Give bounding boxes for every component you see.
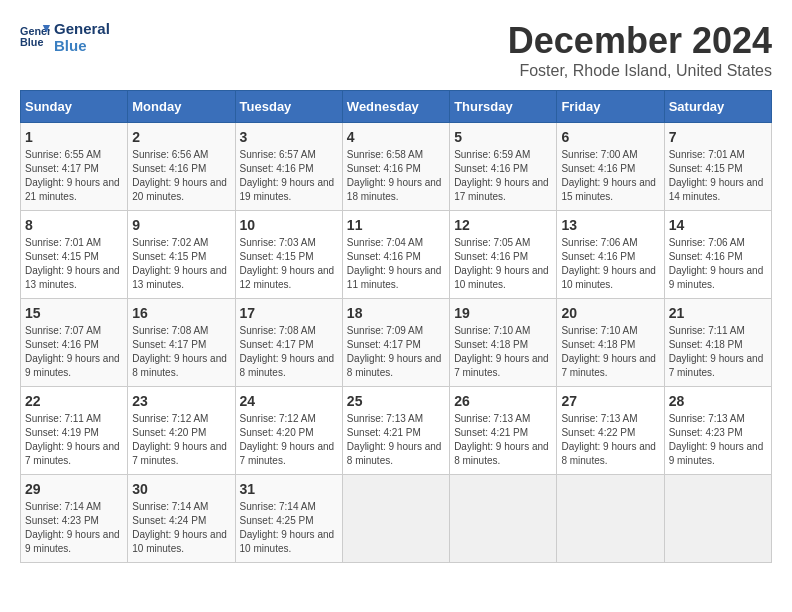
- daylight-text: Daylight: 9 hours and 10 minutes.: [132, 528, 230, 556]
- day-number: 25: [347, 393, 445, 409]
- sunset-text: Sunset: 4:18 PM: [669, 338, 767, 352]
- calendar-cell: 11 Sunrise: 7:04 AM Sunset: 4:16 PM Dayl…: [342, 211, 449, 299]
- day-info: Sunrise: 7:13 AM Sunset: 4:22 PM Dayligh…: [561, 412, 659, 468]
- calendar-cell: 29 Sunrise: 7:14 AM Sunset: 4:23 PM Dayl…: [21, 475, 128, 563]
- daylight-text: Daylight: 9 hours and 9 minutes.: [669, 440, 767, 468]
- sunset-text: Sunset: 4:16 PM: [240, 162, 338, 176]
- sunrise-text: Sunrise: 7:13 AM: [347, 412, 445, 426]
- sunrise-text: Sunrise: 7:00 AM: [561, 148, 659, 162]
- day-number: 29: [25, 481, 123, 497]
- sunrise-text: Sunrise: 7:13 AM: [561, 412, 659, 426]
- sunrise-text: Sunrise: 7:07 AM: [25, 324, 123, 338]
- sunrise-text: Sunrise: 6:58 AM: [347, 148, 445, 162]
- calendar-cell: 23 Sunrise: 7:12 AM Sunset: 4:20 PM Dayl…: [128, 387, 235, 475]
- calendar-cell: 3 Sunrise: 6:57 AM Sunset: 4:16 PM Dayli…: [235, 123, 342, 211]
- day-info: Sunrise: 7:08 AM Sunset: 4:17 PM Dayligh…: [132, 324, 230, 380]
- sunrise-text: Sunrise: 7:01 AM: [25, 236, 123, 250]
- calendar-cell: [450, 475, 557, 563]
- sunset-text: Sunset: 4:15 PM: [669, 162, 767, 176]
- sunset-text: Sunset: 4:23 PM: [25, 514, 123, 528]
- sunrise-text: Sunrise: 7:04 AM: [347, 236, 445, 250]
- calendar-week-row: 1 Sunrise: 6:55 AM Sunset: 4:17 PM Dayli…: [21, 123, 772, 211]
- sunrise-text: Sunrise: 7:13 AM: [669, 412, 767, 426]
- svg-text:Blue: Blue: [20, 36, 43, 48]
- day-info: Sunrise: 7:13 AM Sunset: 4:21 PM Dayligh…: [454, 412, 552, 468]
- sunset-text: Sunset: 4:21 PM: [454, 426, 552, 440]
- calendar-cell: 16 Sunrise: 7:08 AM Sunset: 4:17 PM Dayl…: [128, 299, 235, 387]
- day-number: 24: [240, 393, 338, 409]
- sunrise-text: Sunrise: 7:12 AM: [240, 412, 338, 426]
- calendar-cell: 4 Sunrise: 6:58 AM Sunset: 4:16 PM Dayli…: [342, 123, 449, 211]
- sunset-text: Sunset: 4:15 PM: [25, 250, 123, 264]
- page-header: General Blue General Blue December 2024 …: [20, 20, 772, 80]
- calendar-cell: 27 Sunrise: 7:13 AM Sunset: 4:22 PM Dayl…: [557, 387, 664, 475]
- day-info: Sunrise: 7:05 AM Sunset: 4:16 PM Dayligh…: [454, 236, 552, 292]
- calendar-cell: 12 Sunrise: 7:05 AM Sunset: 4:16 PM Dayl…: [450, 211, 557, 299]
- calendar-cell: 20 Sunrise: 7:10 AM Sunset: 4:18 PM Dayl…: [557, 299, 664, 387]
- sunrise-text: Sunrise: 7:05 AM: [454, 236, 552, 250]
- calendar-cell: [557, 475, 664, 563]
- logo-line1: General: [54, 20, 110, 37]
- column-header-monday: Monday: [128, 91, 235, 123]
- daylight-text: Daylight: 9 hours and 10 minutes.: [454, 264, 552, 292]
- sunset-text: Sunset: 4:24 PM: [132, 514, 230, 528]
- daylight-text: Daylight: 9 hours and 19 minutes.: [240, 176, 338, 204]
- day-info: Sunrise: 7:10 AM Sunset: 4:18 PM Dayligh…: [561, 324, 659, 380]
- day-info: Sunrise: 7:12 AM Sunset: 4:20 PM Dayligh…: [240, 412, 338, 468]
- daylight-text: Daylight: 9 hours and 12 minutes.: [240, 264, 338, 292]
- sunrise-text: Sunrise: 7:11 AM: [669, 324, 767, 338]
- day-number: 21: [669, 305, 767, 321]
- logo-icon: General Blue: [20, 22, 50, 52]
- sunset-text: Sunset: 4:18 PM: [454, 338, 552, 352]
- calendar-header-row: SundayMondayTuesdayWednesdayThursdayFrid…: [21, 91, 772, 123]
- calendar-cell: 1 Sunrise: 6:55 AM Sunset: 4:17 PM Dayli…: [21, 123, 128, 211]
- day-number: 27: [561, 393, 659, 409]
- day-info: Sunrise: 7:14 AM Sunset: 4:23 PM Dayligh…: [25, 500, 123, 556]
- day-number: 23: [132, 393, 230, 409]
- day-number: 15: [25, 305, 123, 321]
- sunrise-text: Sunrise: 7:01 AM: [669, 148, 767, 162]
- sunset-text: Sunset: 4:21 PM: [347, 426, 445, 440]
- calendar-cell: 19 Sunrise: 7:10 AM Sunset: 4:18 PM Dayl…: [450, 299, 557, 387]
- sunset-text: Sunset: 4:25 PM: [240, 514, 338, 528]
- column-header-thursday: Thursday: [450, 91, 557, 123]
- calendar-cell: 21 Sunrise: 7:11 AM Sunset: 4:18 PM Dayl…: [664, 299, 771, 387]
- day-number: 14: [669, 217, 767, 233]
- calendar-week-row: 29 Sunrise: 7:14 AM Sunset: 4:23 PM Dayl…: [21, 475, 772, 563]
- calendar-cell: 17 Sunrise: 7:08 AM Sunset: 4:17 PM Dayl…: [235, 299, 342, 387]
- day-info: Sunrise: 6:55 AM Sunset: 4:17 PM Dayligh…: [25, 148, 123, 204]
- daylight-text: Daylight: 9 hours and 21 minutes.: [25, 176, 123, 204]
- day-info: Sunrise: 7:08 AM Sunset: 4:17 PM Dayligh…: [240, 324, 338, 380]
- sunset-text: Sunset: 4:15 PM: [132, 250, 230, 264]
- day-number: 7: [669, 129, 767, 145]
- day-info: Sunrise: 7:12 AM Sunset: 4:20 PM Dayligh…: [132, 412, 230, 468]
- day-number: 12: [454, 217, 552, 233]
- day-number: 8: [25, 217, 123, 233]
- daylight-text: Daylight: 9 hours and 7 minutes.: [240, 440, 338, 468]
- sunset-text: Sunset: 4:16 PM: [454, 250, 552, 264]
- daylight-text: Daylight: 9 hours and 7 minutes.: [25, 440, 123, 468]
- sunrise-text: Sunrise: 7:06 AM: [561, 236, 659, 250]
- sunrise-text: Sunrise: 6:55 AM: [25, 148, 123, 162]
- daylight-text: Daylight: 9 hours and 11 minutes.: [347, 264, 445, 292]
- day-info: Sunrise: 7:03 AM Sunset: 4:15 PM Dayligh…: [240, 236, 338, 292]
- day-number: 22: [25, 393, 123, 409]
- sunrise-text: Sunrise: 7:08 AM: [132, 324, 230, 338]
- daylight-text: Daylight: 9 hours and 7 minutes.: [669, 352, 767, 380]
- daylight-text: Daylight: 9 hours and 17 minutes.: [454, 176, 552, 204]
- sunset-text: Sunset: 4:16 PM: [132, 162, 230, 176]
- sunrise-text: Sunrise: 7:14 AM: [240, 500, 338, 514]
- calendar-cell: 8 Sunrise: 7:01 AM Sunset: 4:15 PM Dayli…: [21, 211, 128, 299]
- calendar-cell: 10 Sunrise: 7:03 AM Sunset: 4:15 PM Dayl…: [235, 211, 342, 299]
- day-number: 3: [240, 129, 338, 145]
- day-number: 18: [347, 305, 445, 321]
- sunset-text: Sunset: 4:16 PM: [561, 162, 659, 176]
- day-info: Sunrise: 7:13 AM Sunset: 4:23 PM Dayligh…: [669, 412, 767, 468]
- calendar-cell: 6 Sunrise: 7:00 AM Sunset: 4:16 PM Dayli…: [557, 123, 664, 211]
- calendar-cell: [664, 475, 771, 563]
- sunset-text: Sunset: 4:23 PM: [669, 426, 767, 440]
- sunrise-text: Sunrise: 7:13 AM: [454, 412, 552, 426]
- calendar-week-row: 15 Sunrise: 7:07 AM Sunset: 4:16 PM Dayl…: [21, 299, 772, 387]
- daylight-text: Daylight: 9 hours and 18 minutes.: [347, 176, 445, 204]
- day-number: 2: [132, 129, 230, 145]
